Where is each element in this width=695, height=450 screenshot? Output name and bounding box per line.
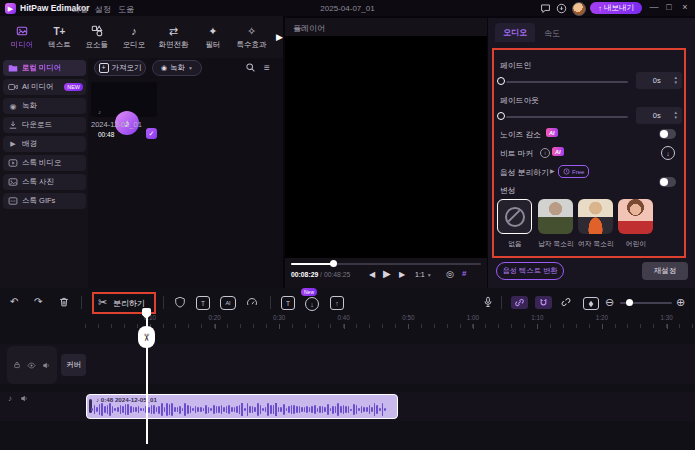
menu-settings[interactable]: 설정 <box>95 4 111 15</box>
stock-video-icon <box>8 158 18 168</box>
selected-check-badge[interactable]: ✓ <box>146 128 157 139</box>
split-button[interactable]: 분리하기 <box>113 298 145 309</box>
next-frame-icon[interactable]: ▶ <box>399 270 405 279</box>
update-icon[interactable] <box>556 3 567 14</box>
sidebar-item-background[interactable]: ▶ 배경 <box>3 136 86 152</box>
info-icon[interactable]: i <box>540 148 550 158</box>
video-track[interactable] <box>0 344 695 384</box>
undo-icon[interactable]: ↶ <box>10 296 18 307</box>
fade-in-slider-track[interactable] <box>506 81 628 83</box>
zoom-ratio-label[interactable]: 1:1 ▼ <box>415 271 432 278</box>
zoom-out-icon[interactable]: ⊖ <box>605 296 614 309</box>
nav-more-arrow-icon[interactable]: ▶ <box>276 32 283 42</box>
reset-button[interactable]: 재설정 <box>642 262 688 280</box>
media-item-thumbnail[interactable]: ♪ ♪ 00:48 ✓ <box>91 82 157 117</box>
stepper-arrows-icon[interactable]: ▲▼ <box>674 76 678 85</box>
fade-out-value-box[interactable]: 0s ▲▼ <box>636 107 682 124</box>
feedback-icon[interactable] <box>540 3 551 14</box>
sidebar-item-record[interactable]: ◉ 녹화 <box>3 98 86 114</box>
export-clip-icon[interactable]: ↑ <box>330 296 344 310</box>
scissors-icon[interactable]: ✂ <box>98 296 107 309</box>
beat-marker-download-icon[interactable]: ↓ <box>661 146 675 160</box>
redo-icon[interactable]: ↷ <box>34 296 42 307</box>
speech-to-text-button[interactable]: 음성 텍스트 변환 <box>496 262 564 280</box>
download-resource-icon[interactable]: ↓ <box>305 297 319 311</box>
timeline-zoom-knob[interactable] <box>626 299 633 306</box>
ai-subtitle-icon[interactable]: AI <box>220 296 236 310</box>
text-template-icon[interactable]: T <box>281 296 295 310</box>
music-note-icon[interactable]: ♪ <box>8 394 12 403</box>
snapshot-icon[interactable]: ◎ <box>446 269 454 279</box>
sidebar-item-local-media[interactable]: 로컬 미디어 <box>3 60 86 76</box>
audio-clip[interactable]: ♪ 0:48 2024-12-05_01 <box>86 394 398 419</box>
maximize-button[interactable]: □ <box>663 2 675 12</box>
eye-icon[interactable] <box>27 361 36 370</box>
waveform-bar <box>317 408 319 412</box>
speaker-icon[interactable] <box>42 361 51 370</box>
sort-icon[interactable]: ≡ <box>264 62 270 73</box>
sidebar-item-ai-media[interactable]: AI 미디어 NEW <box>3 79 86 95</box>
ruler-tick <box>369 324 370 328</box>
waveform-bar <box>273 405 275 413</box>
microphone-icon[interactable] <box>482 296 494 308</box>
sidebar-item-download[interactable]: 다운로드 <box>3 117 86 133</box>
tab-effects[interactable]: ✧ 특수효과 <box>234 25 269 50</box>
close-button[interactable]: × <box>679 2 691 12</box>
voice-option-child[interactable] <box>618 199 653 234</box>
voice-option-male[interactable] <box>538 199 573 234</box>
tab-media[interactable]: 미디어 <box>6 25 38 50</box>
tab-audio-settings[interactable]: 오디오 <box>495 23 535 42</box>
timeline-ruler[interactable]: 0:100:200:300:400:501:001:101:201:30 <box>85 314 695 330</box>
cover-button[interactable]: 커버 <box>61 354 86 376</box>
tab-filter[interactable]: ✦ 필터 <box>197 25 229 50</box>
lock-icon[interactable] <box>13 361 21 369</box>
search-icon[interactable] <box>245 62 256 73</box>
voice-option-none[interactable] <box>497 199 532 234</box>
keyframe-icon[interactable] <box>583 297 599 310</box>
import-button[interactable]: + 가져오기 <box>94 60 146 76</box>
noise-reduction-toggle[interactable] <box>659 129 676 139</box>
fade-out-slider-knob[interactable] <box>497 112 505 120</box>
play-icon[interactable]: ▶ <box>383 268 391 279</box>
fade-in-value-box[interactable]: 0s ▲▼ <box>636 72 682 89</box>
tab-transition[interactable]: ⇄ 화면전환 <box>155 25 192 50</box>
speed-gauge-icon[interactable] <box>246 296 258 308</box>
playhead-split-handle[interactable]: ✂ <box>138 326 155 348</box>
grid-icon[interactable]: # <box>462 269 466 278</box>
waveform-bar <box>379 408 381 411</box>
shield-icon[interactable] <box>174 296 186 308</box>
trash-icon[interactable] <box>58 296 70 308</box>
link-clips-icon[interactable] <box>511 296 528 309</box>
minimize-button[interactable]: — <box>648 2 660 12</box>
tab-elements[interactable]: 요소들 <box>81 25 113 50</box>
tab-text[interactable]: T+ 텍스트 <box>43 25 75 50</box>
menu-file[interactable]: 파일 <box>72 4 88 15</box>
speaker-icon[interactable] <box>20 394 29 403</box>
sidebar-item-stock-photo[interactable]: 스톡 사진 <box>3 174 86 190</box>
record-button[interactable]: ◉ 녹화 ▼ <box>152 60 202 76</box>
menu-help[interactable]: 도움 <box>118 4 134 15</box>
video-preview[interactable] <box>285 36 487 258</box>
unlink-icon[interactable] <box>560 296 572 308</box>
progress-knob[interactable] <box>330 260 337 267</box>
stepper-arrows-icon[interactable]: ▲▼ <box>674 111 678 120</box>
sidebar-item-stock-video[interactable]: 스톡 비디오 <box>3 155 86 171</box>
audio-track-header: ♪ <box>8 394 29 403</box>
tab-speed-settings[interactable]: 속도 <box>544 28 560 39</box>
add-text-icon[interactable]: T <box>196 296 210 310</box>
tab-audio[interactable]: ♪ 오디오 <box>118 25 150 50</box>
zoom-in-icon[interactable]: ⊕ <box>676 296 685 309</box>
waveform-bar <box>309 407 311 412</box>
ruler-tick <box>576 324 577 328</box>
fade-out-slider-track[interactable] <box>506 116 628 118</box>
fade-in-slider-knob[interactable] <box>497 77 505 85</box>
user-avatar[interactable] <box>572 2 586 16</box>
export-button[interactable]: ↑ 내보내기 <box>590 2 642 14</box>
waveform-bar <box>184 403 186 416</box>
sidebar-item-stock-gifs[interactable]: 스톡 GIFs <box>3 193 86 209</box>
prev-frame-icon[interactable]: ◀ <box>369 270 375 279</box>
voice-separation-toggle[interactable] <box>659 177 676 187</box>
waveform-bar <box>234 407 236 411</box>
magnet-icon[interactable] <box>535 296 552 309</box>
voice-option-female[interactable] <box>578 199 613 234</box>
